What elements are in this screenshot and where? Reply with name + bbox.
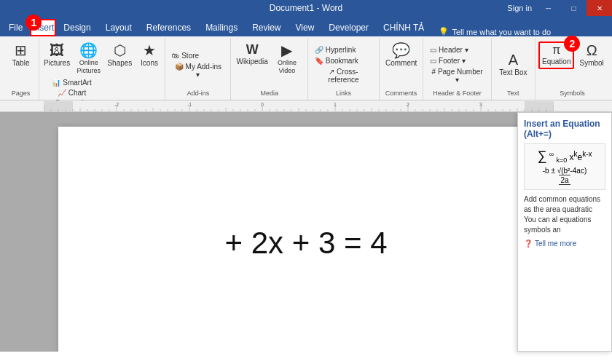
tab-design[interactable]: Design <box>56 19 98 36</box>
equation-highlight: π Equation 2 <box>538 41 574 69</box>
ribbon: ⊞ Table Pages 🖼 Pictures 🌐 Online Pictur… <box>0 36 612 100</box>
icons-icon: ★ <box>143 43 156 58</box>
close-button[interactable]: ✕ <box>586 0 612 16</box>
scroll-area: + 2x + 3 = 4 Insert an Equation (Alt+=) … <box>0 112 612 352</box>
equation-panel: Insert an Equation (Alt+=) ∑ ∞ k=0 xkek-… <box>517 112 612 352</box>
media-label: Media <box>260 90 278 98</box>
svg-text:3: 3 <box>479 102 482 107</box>
ribbon-group-text: A Text Box Text <box>492 38 536 100</box>
comment-button[interactable]: 💬 Comment <box>383 41 419 69</box>
svg-text:1: 1 <box>334 102 337 107</box>
ruler: /* generated below */ -2-10123 <box>0 100 612 112</box>
window-controls: ─ □ ✕ <box>536 0 612 16</box>
store-button[interactable]: 🛍 Store <box>170 51 201 60</box>
tab-developer[interactable]: Developer <box>321 19 376 36</box>
ribbon-tabs: File Insert 1 Design Layout References M… <box>0 16 612 36</box>
icons-button[interactable]: ★ Icons <box>136 41 162 69</box>
tab-mailings[interactable]: Mailings <box>198 19 245 36</box>
svg-text:2: 2 <box>407 102 409 107</box>
svg-text:0: 0 <box>261 102 264 107</box>
page-number-button[interactable]: # Page Number ▾ <box>428 67 487 84</box>
symbol-icon: Ω <box>586 43 597 58</box>
ribbon-group-comments: 💬 Comment Comments <box>380 38 423 100</box>
hyperlink-button[interactable]: 🔗 Hyperlink <box>313 45 358 55</box>
document-title: Document1 - Word <box>270 3 342 13</box>
footer-button[interactable]: ▭ Footer ▾ <box>428 56 467 66</box>
tab-insert[interactable]: Insert 1 <box>30 19 56 36</box>
tab-view[interactable]: View <box>289 19 322 36</box>
online-video-button[interactable]: ▶ Online Video <box>271 41 303 76</box>
ribbon-group-pages: ⊞ Table Pages <box>3 38 39 100</box>
tab-review[interactable]: Review <box>245 19 288 36</box>
online-pictures-icon: 🌐 <box>79 43 98 58</box>
links-label: Links <box>336 90 351 98</box>
cross-reference-button[interactable]: ↗ Cross-reference <box>313 67 374 84</box>
text-box-icon: A <box>509 52 518 67</box>
bookmark-button[interactable]: 🔖 Bookmark <box>313 56 361 66</box>
equation-icon: π <box>552 44 560 56</box>
table-button[interactable]: ⊞ Table <box>8 41 34 69</box>
shapes-button[interactable]: ⬡ Shapes <box>106 41 134 69</box>
header-footer-label: Header & Footer <box>433 90 482 98</box>
ribbon-group-symbols: π Equation 2 Ω Symbol Symbols <box>536 38 609 100</box>
maximize-button[interactable]: □ <box>561 0 586 16</box>
online-pictures-button[interactable]: 🌐 Online Pictures <box>74 41 103 76</box>
addins-label: Add-ins <box>187 90 210 98</box>
wikipedia-icon: W <box>246 43 259 56</box>
ribbon-group-header-footer: ▭ Header ▾ ▭ Footer ▾ # Page Number ▾ He… <box>423 38 492 100</box>
header-button[interactable]: ▭ Header ▾ <box>428 45 470 55</box>
table-icon: ⊞ <box>15 43 27 58</box>
chart-button[interactable]: 📈 Chart <box>44 88 100 98</box>
panel-title: Insert an Equation (Alt+=) <box>524 119 605 139</box>
text-box-button[interactable]: A Text Box <box>497 51 529 79</box>
title-bar: Document1 - Word Sign in ─ □ ✕ <box>0 0 612 16</box>
tell-me-more-link[interactable]: ❓ Tell me more <box>524 240 605 248</box>
ribbon-group-illustrations: 🖼 Pictures 🌐 Online Pictures ⬡ Shapes ★ … <box>39 38 165 100</box>
shapes-icon: ⬡ <box>114 43 126 58</box>
svg-text:-2: -2 <box>114 102 119 107</box>
document-page: + 2x + 3 = 4 <box>58 127 554 352</box>
ribbon-group-media: W Wikipedia ▶ Online Video Media <box>231 38 308 100</box>
comment-icon: 💬 <box>392 43 410 58</box>
smartart-button[interactable]: 📊 SmartArt <box>44 78 100 87</box>
pictures-icon: 🖼 <box>50 43 64 58</box>
ribbon-group-links: 🔗 Hyperlink 🔖 Bookmark ↗ Cross-reference… <box>308 38 380 100</box>
online-video-icon: ▶ <box>281 43 292 58</box>
comments-label: Comments <box>385 90 417 98</box>
symbols-label: Symbols <box>560 90 585 98</box>
svg-text:-1: -1 <box>187 102 192 107</box>
tab-chinh-ta[interactable]: CHÍNH TẢ <box>376 19 431 36</box>
search-bar: 💡 Tell me what you want to do <box>439 27 551 36</box>
ruler-svg: /* generated below */ -2-10123 <box>44 101 554 111</box>
tab-layout[interactable]: Layout <box>98 19 139 36</box>
pictures-button[interactable]: 🖼 Pictures <box>42 41 71 69</box>
symbol-button[interactable]: Ω Symbol <box>577 41 605 69</box>
sign-in-button[interactable]: Sign in <box>507 0 532 16</box>
panel-preview: ∑ ∞ k=0 xkek-x -b ± √(b²-4ac) 2a <box>524 143 605 190</box>
minimize-button[interactable]: ─ <box>536 0 561 16</box>
panel-desc: Add common equations as the area quadrat… <box>524 194 605 235</box>
pages-label: Pages <box>12 90 31 98</box>
quadratic-formula: -b ± √(b²-4ac) 2a <box>543 167 586 185</box>
tab-references[interactable]: References <box>139 19 198 36</box>
text-label: Text <box>507 90 519 98</box>
my-addins-button[interactable]: 📦 My Add-ins ▾ <box>170 62 226 79</box>
wikipedia-button[interactable]: W Wikipedia <box>235 41 269 68</box>
equation-display: + 2x + 3 = 4 <box>224 226 387 261</box>
summation-formula: ∑ ∞ k=0 xkek-x <box>537 149 592 164</box>
ribbon-group-addins: 🛍 Store 📦 My Add-ins ▾ Add-ins <box>165 38 231 100</box>
